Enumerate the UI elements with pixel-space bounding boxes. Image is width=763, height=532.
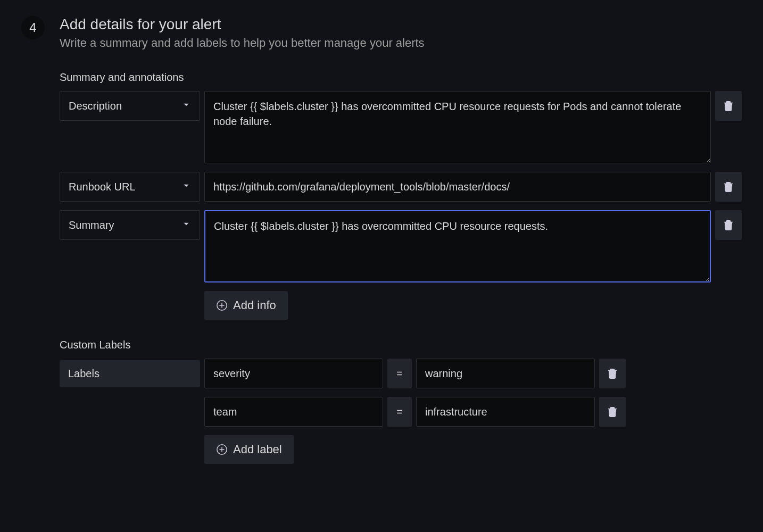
annotation-key-label: Summary — [69, 219, 114, 231]
annotation-key-select[interactable]: Runbook URL — [60, 172, 200, 202]
labels-tag: Labels — [60, 360, 200, 387]
annotation-row: Runbook URL — [60, 172, 742, 202]
annotation-row: Description — [60, 91, 742, 163]
plus-circle-icon — [216, 444, 228, 455]
label-key-input[interactable] — [204, 397, 383, 427]
add-info-label: Add info — [233, 298, 276, 312]
annotations-section-label: Summary and annotations — [60, 71, 742, 84]
annotation-value-input[interactable] — [204, 91, 711, 163]
add-info-button[interactable]: Add info — [204, 291, 288, 320]
annotation-row: Summary — [60, 210, 742, 282]
add-label-button[interactable]: Add label — [204, 435, 294, 464]
custom-labels-section-label: Custom Labels — [60, 339, 742, 351]
plus-circle-icon — [216, 300, 228, 311]
label-key-input[interactable] — [204, 359, 383, 388]
step-subtitle: Write a summary and add labels to help y… — [60, 36, 425, 50]
trash-icon — [723, 219, 734, 231]
chevron-down-icon — [181, 181, 191, 193]
label-value-input[interactable] — [416, 359, 595, 388]
trash-icon — [607, 368, 618, 379]
step-header: 4 Add details for your alert Write a sum… — [21, 16, 742, 50]
label-row: = — [60, 397, 742, 427]
annotation-key-select[interactable]: Summary — [60, 210, 200, 240]
equals-operator: = — [387, 359, 412, 388]
step-title: Add details for your alert — [60, 16, 425, 33]
label-value-input[interactable] — [416, 397, 595, 427]
annotation-key-label: Runbook URL — [69, 181, 136, 193]
delete-annotation-button[interactable] — [715, 91, 742, 121]
annotation-key-select[interactable]: Description — [60, 91, 200, 121]
annotation-key-label: Description — [69, 100, 122, 112]
add-label-label: Add label — [233, 443, 282, 456]
label-row: Labels= — [60, 359, 742, 388]
annotation-value-input[interactable] — [204, 210, 711, 282]
equals-operator: = — [387, 397, 412, 427]
trash-icon — [723, 100, 734, 112]
delete-label-button[interactable] — [599, 397, 626, 427]
trash-icon — [723, 181, 734, 193]
trash-icon — [607, 406, 618, 418]
annotation-value-input[interactable] — [204, 172, 711, 202]
step-number-badge: 4 — [21, 16, 45, 39]
delete-annotation-button[interactable] — [715, 172, 742, 202]
chevron-down-icon — [181, 219, 191, 231]
chevron-down-icon — [181, 100, 191, 112]
delete-annotation-button[interactable] — [715, 210, 742, 240]
delete-label-button[interactable] — [599, 359, 626, 388]
